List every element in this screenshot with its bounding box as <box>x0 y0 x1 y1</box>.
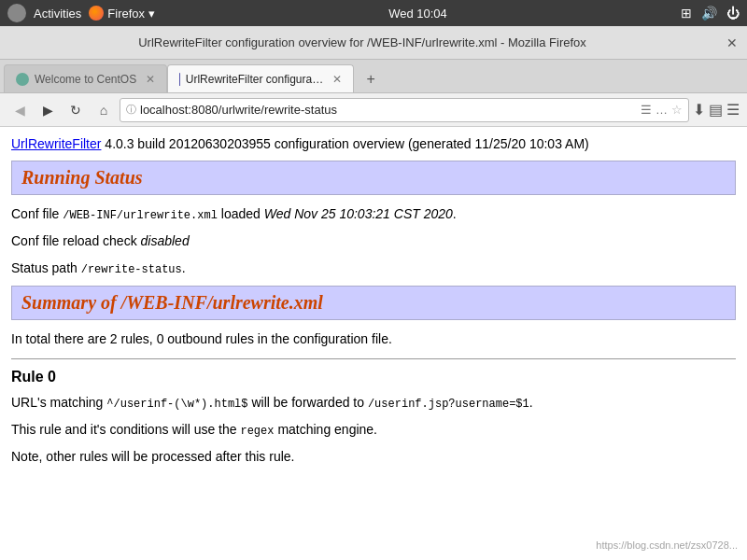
summary-text: In total there are 2 rules, 0 outbound r… <box>11 329 736 349</box>
firefox-label[interactable]: Firefox ▾ <box>89 6 155 21</box>
forward-button[interactable]: ▶ <box>35 98 60 122</box>
rule0-will-be: will be <box>251 395 288 410</box>
title-bar: UrlRewriteFilter configuration overview … <box>0 26 747 60</box>
rule0-urls-label: URL's matching <box>11 395 103 410</box>
rule0-url-line: URL's matching ^/userinf-(\w*).html$ wil… <box>11 393 736 413</box>
tab-urlrewrite-label: UrlRewriteFilter configura… <box>186 73 323 86</box>
conf-file-loaded: loaded <box>221 206 261 221</box>
top-bar: Activities Firefox ▾ Wed 10:04 ⊞ 🔊 ⏻ <box>0 0 747 26</box>
status-path-label: Status path <box>11 260 78 275</box>
rule0-destination: /userinf.jsp?username=$1 <box>368 398 529 411</box>
rule0-pattern: ^/userinf-(\w*).html$ <box>106 398 247 411</box>
bookmark-icon[interactable]: ☆ <box>671 103 683 117</box>
rule0-note: Note, other rules will be processed afte… <box>11 447 736 467</box>
rule0-engine-name: regex <box>240 425 274 438</box>
tab-centos-label: Welcome to CentOS <box>35 73 136 86</box>
reload-button[interactable]: ↻ <box>63 98 88 122</box>
back-button[interactable]: ◀ <box>7 98 32 122</box>
window-close-button[interactable]: ✕ <box>725 35 740 50</box>
window-title: UrlRewriteFilter configuration overview … <box>7 35 717 49</box>
sidebar-icon[interactable]: ▤ <box>709 101 723 119</box>
conf-file-path: /WEB-INF/urlrewrite.xml <box>63 209 218 222</box>
tab-centos-icon <box>16 73 29 86</box>
menu-icon[interactable]: ☰ <box>726 101 740 119</box>
network-icon: ⊞ <box>681 6 692 21</box>
top-bar-clock: Wed 10:04 <box>155 7 681 21</box>
address-lock-icon: ⓘ <box>126 103 136 117</box>
new-tab-button[interactable]: + <box>358 66 384 92</box>
page-header-suffix: 4.0.3 build 20120630203955 configuration… <box>101 136 588 151</box>
reader-view-icon[interactable]: ☰ <box>641 103 652 117</box>
rule0-engine-text: This rule and it's conditions will use t… <box>11 422 237 437</box>
overflow-icon[interactable]: … <box>655 103 668 117</box>
status-path-value: /rewrite-status <box>81 263 182 276</box>
conf-file-date: Wed Nov 25 10:03:21 CST 2020 <box>264 206 453 221</box>
address-bar[interactable]: ⓘ localhost:8080/urlwrite/rewrite-status… <box>120 98 689 122</box>
tab-centos-close[interactable]: ✕ <box>146 73 155 86</box>
watermark: https://blog.csdn.net/zsx0728... <box>596 539 738 551</box>
rule0-engine-suffix: matching engine. <box>277 422 377 437</box>
conf-reload-value: disabled <box>141 233 190 248</box>
power-icon: ⏻ <box>726 6 740 21</box>
volume-icon: 🔊 <box>701 6 717 21</box>
home-button[interactable]: ⌂ <box>92 98 116 122</box>
rule-divider <box>11 358 736 359</box>
conf-file-label: Conf file <box>11 206 59 221</box>
rule0-heading: Rule 0 <box>11 369 736 385</box>
tab-urlrewrite-close[interactable]: ✕ <box>332 73 342 86</box>
tab-urlrewrite-icon <box>179 73 180 86</box>
address-text: localhost:8080/urlwrite/rewrite-status <box>140 103 637 117</box>
nav-bar: ◀ ▶ ↻ ⌂ ⓘ localhost:8080/urlwrite/rewrit… <box>0 93 747 127</box>
firefox-icon <box>89 6 104 21</box>
tab-bar: Welcome to CentOS ✕ UrlRewriteFilter con… <box>0 60 747 93</box>
activities-button[interactable]: Activities <box>34 7 81 21</box>
rule0-forwarded-label: forwarded to <box>291 395 364 410</box>
running-status-heading: Running Status <box>11 161 736 195</box>
gnome-icon <box>7 4 26 22</box>
firefox-dropdown-icon: ▾ <box>148 7 155 21</box>
status-path-line: Status path /rewrite-status. <box>11 259 736 278</box>
page-content: UrlRewriteFilter 4.0.3 build 20120630203… <box>0 127 747 560</box>
urlrewritefilter-link[interactable]: UrlRewriteFilter <box>11 136 101 151</box>
top-bar-left: Activities Firefox ▾ <box>7 4 155 22</box>
conf-reload-line: Conf file reload check disabled <box>11 231 736 251</box>
conf-file-line: Conf file /WEB-INF/urlrewrite.xml loaded… <box>11 204 736 224</box>
downloads-icon[interactable]: ⬇ <box>693 101 705 119</box>
rule0-engine-line: This rule and it's conditions will use t… <box>11 420 736 440</box>
conf-reload-label: Conf file reload check <box>11 233 137 248</box>
top-bar-right: ⊞ 🔊 ⏻ <box>681 6 740 21</box>
browser-window: UrlRewriteFilter configuration overview … <box>0 26 747 560</box>
nav-right: ⬇ ▤ ☰ <box>693 101 740 119</box>
page-header: UrlRewriteFilter 4.0.3 build 20120630203… <box>11 136 736 151</box>
tab-centos[interactable]: Welcome to CentOS ✕ <box>4 64 167 92</box>
summary-heading: Summary of /WEB-INF/urlrewrite.xml <box>11 286 736 320</box>
address-icons: ☰ … ☆ <box>641 103 683 117</box>
tab-urlrewrite[interactable]: UrlRewriteFilter configura… ✕ <box>167 64 354 92</box>
